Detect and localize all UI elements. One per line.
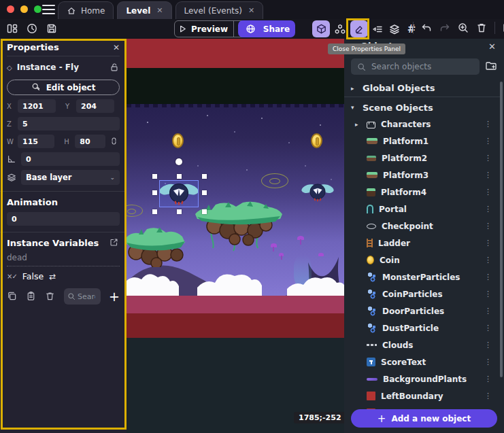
redo-icon[interactable] <box>437 20 452 35</box>
object-row-characters[interactable]: ▸ Characters ⋮ <box>344 116 500 133</box>
toggle-value-icon[interactable]: ⇄ <box>49 272 56 281</box>
object-row-platform3[interactable]: Platform3 ⋮ <box>344 167 500 184</box>
variables-search[interactable] <box>64 288 101 305</box>
width-input[interactable] <box>18 135 54 148</box>
item-menu-icon[interactable]: ⋮ <box>482 341 494 349</box>
fly-instance-selected[interactable] <box>160 179 198 207</box>
unlock-icon[interactable] <box>110 63 120 73</box>
object-row-platform2[interactable]: Platform2 ⋮ <box>344 150 500 167</box>
item-menu-icon[interactable]: ⋮ <box>482 256 494 264</box>
coin-sprite[interactable] <box>311 133 322 148</box>
object-row-dustparticle[interactable]: DustParticle ⋮ <box>344 319 500 336</box>
edit-object-button[interactable]: Edit object <box>7 80 120 95</box>
selection-handle[interactable] <box>152 209 157 214</box>
item-menu-icon[interactable]: ⋮ <box>482 307 494 315</box>
selection-handle[interactable] <box>202 174 207 179</box>
object-row-platform1[interactable]: Platform1 ⋮ <box>344 133 500 150</box>
tab-close-icon[interactable]: ✕ <box>248 6 254 15</box>
left-platform-sprite[interactable] <box>127 228 186 267</box>
tab-home[interactable]: Home <box>58 1 114 19</box>
link-dimensions-icon[interactable] <box>110 137 120 147</box>
paste-icon[interactable] <box>26 291 37 302</box>
layers-icon[interactable] <box>387 22 402 37</box>
object-row-doorparticles[interactable]: DoorParticles ⋮ <box>344 302 500 319</box>
objects-scrollbar[interactable] <box>500 82 503 377</box>
rotate-handle[interactable] <box>175 158 182 165</box>
close-properties-icon[interactable]: ✕ <box>113 43 120 52</box>
selection-handle[interactable] <box>202 209 207 214</box>
group-global-objects[interactable]: ▸ Global Objects <box>344 80 500 97</box>
item-menu-icon[interactable]: ⋮ <box>482 205 494 213</box>
preview-button[interactable]: Preview ⌄ <box>174 20 248 37</box>
selection-handle[interactable] <box>177 209 182 214</box>
object-row-monsterparticles[interactable]: MonsterParticles ⋮ <box>344 269 500 285</box>
instances-list-icon[interactable] <box>370 22 385 37</box>
open-variables-editor-icon[interactable] <box>110 238 120 248</box>
close-window-icon[interactable] <box>7 5 14 13</box>
copy-icon[interactable] <box>7 291 18 302</box>
edit-properties-icon[interactable] <box>350 20 368 37</box>
selection-handle[interactable] <box>152 174 157 179</box>
item-menu-icon[interactable]: ⋮ <box>482 137 494 145</box>
add-object-button[interactable]: + Add a new object <box>351 409 497 428</box>
y-input[interactable] <box>76 99 114 113</box>
item-menu-icon[interactable]: ⋮ <box>482 239 494 247</box>
object-row-platform4[interactable]: Platform4 ⋮ <box>344 184 500 201</box>
object-row-coinparticles[interactable]: CoinParticles ⋮ <box>344 285 500 302</box>
selection-handle[interactable] <box>152 190 157 195</box>
window-controls[interactable] <box>7 5 41 13</box>
3d-view-icon[interactable] <box>312 20 330 37</box>
history-icon[interactable] <box>24 21 39 36</box>
variables-search-input[interactable] <box>78 292 95 301</box>
tab-close-icon[interactable]: ✕ <box>156 6 163 15</box>
item-menu-icon[interactable]: ⋮ <box>482 324 494 332</box>
selection-handle[interactable] <box>177 174 182 179</box>
tab-level[interactable]: Level ✕ <box>117 1 171 19</box>
x-input[interactable] <box>18 99 56 113</box>
object-row-coin[interactable]: Coin ⋮ <box>344 252 500 269</box>
z-input[interactable] <box>18 117 120 131</box>
group-scene-objects[interactable]: ▾ Scene Objects <box>344 99 500 116</box>
item-menu-icon[interactable]: ⋮ <box>482 290 494 298</box>
expand-icon[interactable]: ▸ <box>355 121 361 128</box>
maximize-window-icon[interactable] <box>34 5 41 13</box>
objects-search-input[interactable] <box>371 62 473 71</box>
animation-input[interactable] <box>7 212 120 226</box>
object-row-backgroundplants[interactable]: BackgroundPlants ⋮ <box>344 370 500 387</box>
close-objects-panel-icon[interactable]: ✕ <box>488 41 496 52</box>
save-icon[interactable] <box>44 21 59 36</box>
variable-value[interactable]: False <box>22 271 44 281</box>
tab-level-events[interactable]: Level (Events) ✕ <box>175 1 264 19</box>
item-menu-icon[interactable]: ⋮ <box>482 154 494 162</box>
object-row-checkpoint[interactable]: Checkpoint ⋮ <box>344 218 500 235</box>
object-row-scoretext[interactable]: ScoreText ⋮ <box>344 353 500 370</box>
scene-canvas[interactable]: 1785;-252 <box>127 39 344 433</box>
item-menu-icon[interactable]: ⋮ <box>482 358 494 366</box>
main-menu-icon[interactable] <box>42 5 55 14</box>
item-menu-icon[interactable]: ⋮ <box>482 375 494 383</box>
item-menu-icon[interactable]: ⋮ <box>482 392 494 400</box>
variable-name[interactable]: dead <box>7 251 120 266</box>
selection-handle[interactable] <box>202 190 207 195</box>
trash-icon[interactable] <box>45 291 56 302</box>
item-menu-icon[interactable]: ⋮ <box>482 171 494 179</box>
item-menu-icon[interactable]: ⋮ <box>482 120 494 128</box>
objects-search[interactable] <box>351 58 480 75</box>
undo-icon[interactable] <box>419 20 434 35</box>
item-menu-icon[interactable]: ⋮ <box>482 188 494 196</box>
panel-layout-icon[interactable] <box>5 21 20 36</box>
object-row-ladder[interactable]: Ladder ⋮ <box>344 235 500 252</box>
item-menu-icon[interactable]: ⋮ <box>482 222 494 230</box>
fly-monster-sprite[interactable] <box>301 181 334 203</box>
coin-sprite[interactable] <box>172 133 184 148</box>
share-button[interactable]: Share <box>238 20 295 37</box>
object-groups-icon[interactable] <box>332 22 348 37</box>
layer-select[interactable]: Base layer ⌄ <box>21 170 120 185</box>
height-input[interactable] <box>75 135 105 148</box>
minimize-window-icon[interactable] <box>20 5 28 13</box>
scene-notes-icon[interactable] <box>501 20 504 35</box>
item-menu-icon[interactable]: ⋮ <box>482 273 494 281</box>
delete-icon[interactable] <box>474 20 489 35</box>
add-folder-icon[interactable] <box>485 60 499 73</box>
angle-input[interactable] <box>21 152 120 166</box>
